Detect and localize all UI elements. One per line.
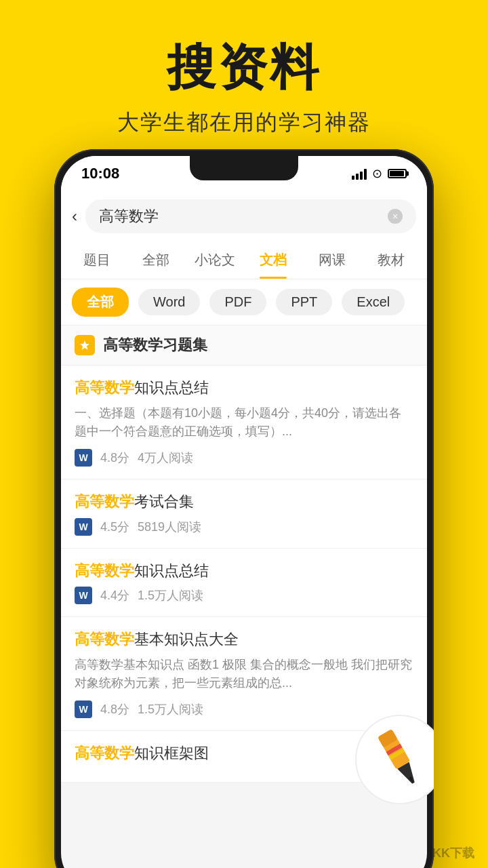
subtab-all[interactable]: 全部 [72,288,129,317]
result-highlight-5: 高等数学 [75,745,134,762]
result-desc-1: 一、选择题（本题有10小题，每小题4分，共40分，请选出各题中一个符合题意的正确… [75,404,413,441]
subtab-pdf[interactable]: PDF [209,289,266,315]
word-icon-3: W [75,587,92,604]
result-highlight-2: 高等数学 [75,493,134,510]
tab-essay[interactable]: 小论文 [185,241,244,279]
top-section: 搜资料 大学生都在用的学习神器 [0,0,488,165]
tab-textbook[interactable]: 教材 [361,241,420,279]
category-tabs: 题目 全部 小论文 文档 网课 教材 [61,241,427,279]
sub-tabs: 全部 Word PDF PPT Excel [61,279,427,326]
clear-button[interactable]: × [388,209,403,224]
pen-sticker [352,712,434,807]
result-reads-2: 5819人阅读 [138,519,201,535]
result-item[interactable]: 高等数学考试合集 W 4.5分 5819人阅读 [61,479,427,549]
result-rating-1: 4.8分 [100,450,129,466]
subtab-word[interactable]: Word [138,289,200,315]
result-title-4: 高等数学基本知识点大全 [75,629,413,650]
result-rating-3: 4.4分 [100,587,129,604]
result-rating-4: 4.8分 [100,701,129,717]
result-title-3: 高等数学知识点总结 [75,561,413,582]
tab-questions[interactable]: 题目 [68,241,127,279]
tab-all[interactable]: 全部 [127,241,186,279]
word-icon-1: W [75,449,92,467]
result-title-1: 高等数学知识点总结 [75,378,413,399]
word-icon-4: W [75,701,92,718]
result-reads-1: 4万人阅读 [138,450,193,466]
result-meta-2: W 4.5分 5819人阅读 [75,518,413,536]
result-reads-4: 1.5万人阅读 [138,701,203,717]
result-meta-1: W 4.8分 4万人阅读 [75,449,413,467]
collection-title: 高等数学习题集 [103,335,207,355]
wifi-icon: ⊙ [372,166,382,181]
result-highlight-4: 高等数学 [75,631,134,648]
tab-document[interactable]: 文档 [244,241,303,279]
result-title-2: 高等数学考试合集 [75,492,413,513]
notch [190,156,298,180]
phone-frame: 10:08 ⊙ ‹ [54,149,434,868]
result-reads-3: 1.5万人阅读 [138,587,203,604]
word-icon-2: W [75,518,92,536]
status-bar: 10:08 ⊙ [61,156,427,191]
status-time: 10:08 [81,165,119,182]
tab-online-course[interactable]: 网课 [303,241,362,279]
result-highlight-3: 高等数学 [75,562,134,579]
main-title: 搜资料 [27,41,461,94]
collection-icon [75,335,95,355]
status-icons: ⊙ [352,166,407,181]
result-rating-2: 4.5分 [100,519,129,535]
phone-wrapper: 10:08 ⊙ ‹ [54,149,434,868]
result-item[interactable]: 高等数学知识点总结 一、选择题（本题有10小题，每小题4分，共40分，请选出各题… [61,366,427,479]
result-item[interactable]: 高等数学知识点总结 W 4.4分 1.5万人阅读 [61,549,427,618]
watermark: KK下载 [432,845,474,861]
result-meta-3: W 4.4分 1.5万人阅读 [75,587,413,604]
result-highlight-1: 高等数学 [75,379,134,396]
battery-icon [388,169,407,178]
back-button[interactable]: ‹ [72,207,77,226]
search-area: ‹ 高等数学 × [61,191,427,241]
subtab-excel[interactable]: Excel [342,289,405,315]
collection-header: 高等数学习题集 [61,326,427,366]
result-desc-4: 高等数学基本知识点 函数1 极限 集合的概念一般地 我们把研究对象统称为元素，把… [75,656,413,692]
subtitle: 大学生都在用的学习神器 [27,108,461,138]
search-box[interactable]: 高等数学 × [85,199,416,233]
subtab-ppt[interactable]: PPT [276,289,332,315]
signal-bars-icon [352,167,367,180]
search-query: 高等数学 [99,206,159,226]
